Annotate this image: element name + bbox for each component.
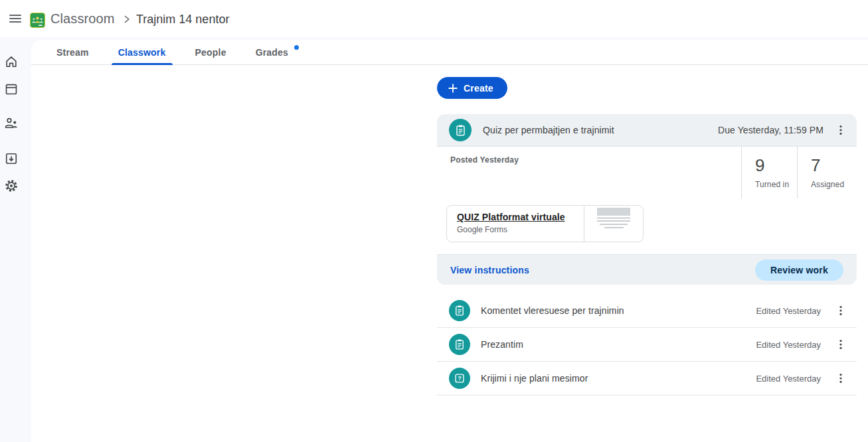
plus-icon — [448, 84, 458, 93]
kebab-icon — [834, 338, 847, 351]
create-button[interactable]: Create — [437, 77, 507, 99]
assignment-card: Quiz per permbajtjen e trajnimit Due Yes… — [437, 114, 857, 285]
classwork-column: Create Quiz per permbajtjen e trajni — [437, 77, 857, 396]
assignment-card-header[interactable]: Quiz per permbajtjen e trajnimit Due Yes… — [437, 114, 857, 147]
assignment-stats: 9 Turned in 7 Assigned — [741, 147, 853, 198]
kebab-icon — [834, 372, 847, 385]
stat-assigned-value: 7 — [811, 156, 853, 175]
grades-notification-dot — [294, 45, 299, 50]
stat-turned-in-value: 9 — [755, 156, 797, 175]
svg-text:?: ? — [458, 375, 461, 382]
app-header: Classroom Trajnim 14 nentor — [0, 0, 868, 37]
item-status: Edited Yesterday — [756, 374, 821, 384]
breadcrumb-classroom[interactable]: Classroom — [50, 11, 114, 27]
assignment-menu-button[interactable] — [829, 118, 853, 142]
kebab-icon — [834, 123, 847, 137]
kebab-icon — [834, 304, 847, 317]
attachment-card[interactable]: QUIZ Platformat virtuale Google Forms — [446, 205, 644, 242]
assignment-card-body: Posted Yesterday 9 Turned in 7 Assigned — [437, 147, 857, 254]
course-tabs: Stream Classwork People Grades — [31, 40, 868, 65]
calendar-icon[interactable] — [4, 82, 19, 96]
tab-people[interactable]: People — [181, 40, 241, 65]
item-menu-button[interactable] — [829, 332, 853, 356]
stat-assigned-label: Assigned — [811, 180, 853, 189]
left-nav-rail — [0, 37, 31, 442]
attachment-thumbnail — [584, 206, 643, 242]
breadcrumb-course-name[interactable]: Trajnim 14 nentor — [136, 13, 229, 27]
attachment-text: QUIZ Platformat virtuale Google Forms — [447, 206, 584, 242]
classroom-page: Classroom Trajnim 14 nentor — [0, 0, 868, 442]
archive-icon[interactable] — [4, 151, 19, 166]
item-title: Komentet vleresuese per trajnimin — [481, 305, 624, 316]
tab-classwork[interactable]: Classwork — [104, 40, 181, 65]
item-menu-button[interactable] — [829, 299, 853, 323]
attachment-title[interactable]: QUIZ Platformat virtuale — [457, 212, 574, 222]
stat-turned-in[interactable]: 9 Turned in — [741, 147, 797, 198]
course-content-sheet: Stream Classwork People Grades Create — [31, 40, 868, 442]
tab-grades-label: Grades — [256, 47, 288, 58]
stat-turned-in-label: Turned in — [755, 180, 797, 189]
review-work-button[interactable]: Review work — [755, 259, 843, 281]
item-status: Edited Yesterday — [756, 306, 821, 316]
view-instructions-link[interactable]: View instructions — [450, 265, 529, 275]
assignment-title: Quiz per permbajtjen e trajnimit — [483, 125, 614, 135]
stat-assigned[interactable]: 7 Assigned — [797, 147, 853, 198]
home-icon[interactable] — [4, 54, 19, 69]
classwork-item-list: Komentet vleresuese per trajnimin Edited… — [437, 294, 857, 396]
classwork-item-prezantim[interactable]: Prezantim Edited Yesterday — [437, 328, 857, 362]
attachment-type: Google Forms — [457, 225, 574, 234]
create-button-label: Create — [464, 83, 493, 94]
posted-label: Posted Yesterday — [450, 155, 519, 165]
tab-stream[interactable]: Stream — [42, 40, 104, 65]
item-title: Prezantim — [481, 339, 523, 350]
assignment-icon — [449, 119, 472, 141]
item-title: Krijimi i nje plani mesimor — [481, 373, 588, 384]
item-status: Edited Yesterday — [756, 340, 821, 350]
classwork-item-komentet[interactable]: Komentet vleresuese per trajnimin Edited… — [437, 294, 857, 328]
main-menu-button[interactable] — [2, 5, 29, 32]
assignment-icon — [449, 334, 470, 355]
people-icon[interactable] — [4, 115, 19, 130]
question-icon: ? — [449, 368, 470, 389]
tab-grades[interactable]: Grades — [241, 40, 303, 65]
breadcrumb-chevron-icon — [123, 15, 131, 23]
classwork-item-krijimi[interactable]: ? Krijimi i nje plani mesimor Edited Yes… — [437, 362, 857, 396]
due-date: Due Yesterday, 11:59 PM — [718, 125, 824, 135]
assignment-icon — [449, 300, 470, 321]
classroom-logo-icon[interactable] — [30, 13, 45, 28]
assignment-card-footer: View instructions Review work — [437, 254, 857, 285]
item-menu-button[interactable] — [829, 366, 853, 390]
settings-gear-icon[interactable] — [4, 179, 19, 193]
hamburger-icon — [9, 13, 21, 25]
